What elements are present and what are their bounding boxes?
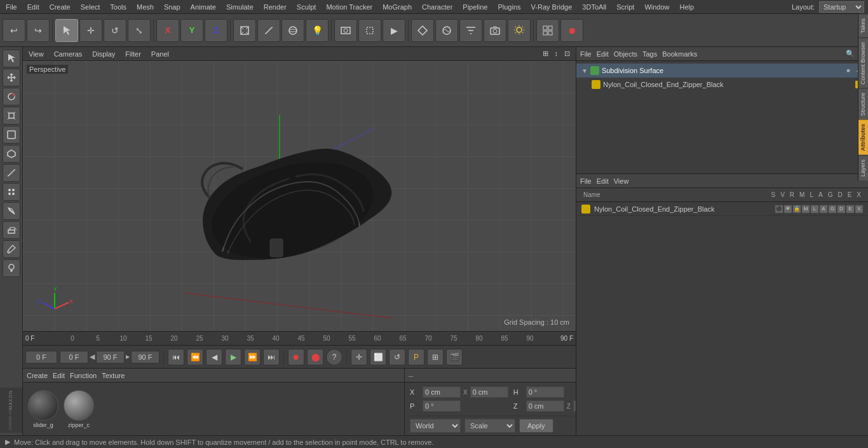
select-tool-button[interactable] bbox=[55, 19, 78, 42]
menu-edit[interactable]: Edit bbox=[25, 3, 41, 11]
expand-arrow[interactable]: ▼ bbox=[581, 67, 588, 74]
rotate-tool-button[interactable]: ↺ bbox=[104, 19, 126, 42]
obj-mgr-file[interactable]: File bbox=[580, 50, 592, 58]
spline-button[interactable] bbox=[257, 19, 280, 42]
layer-icon-g[interactable]: G bbox=[829, 205, 836, 213]
layer-icon-e[interactable]: E bbox=[846, 205, 854, 213]
cube-object-button[interactable] bbox=[233, 19, 256, 42]
goto-start-button[interactable]: ⏮ bbox=[168, 349, 184, 365]
render-to-picture-button[interactable] bbox=[334, 19, 357, 42]
viewport-menu-view[interactable]: View bbox=[27, 50, 46, 58]
mode-object-button[interactable]: P bbox=[408, 349, 424, 365]
mat-menu-create[interactable]: Create bbox=[27, 372, 48, 379]
filter-button[interactable] bbox=[459, 19, 482, 42]
apply-button[interactable]: Apply bbox=[519, 419, 553, 433]
world-dropdown[interactable]: World Object bbox=[410, 419, 461, 433]
menu-help[interactable]: Help bbox=[678, 3, 696, 11]
tab-attributes[interactable]: Attributes bbox=[858, 119, 868, 155]
attr-layer-row[interactable]: Nylon_Coil_Closed_End_Zipper_Black ⚫ 👁 🔒… bbox=[576, 202, 868, 216]
viewport-menu-filter[interactable]: Filter bbox=[123, 50, 142, 58]
layer-icon-a[interactable]: A bbox=[820, 205, 827, 213]
render-region-button[interactable] bbox=[358, 19, 381, 42]
record-button[interactable]: ⏺ bbox=[560, 19, 583, 42]
sidebar-poly-btn[interactable] bbox=[3, 145, 20, 163]
to2-frame-input[interactable] bbox=[131, 351, 159, 363]
object-row-subdivision[interactable]: ▼ Subdivision Surface ■ ✓ bbox=[576, 64, 868, 78]
material-slot-1[interactable]: slider_g bbox=[28, 390, 58, 428]
material-slot-2[interactable]: zipper_c bbox=[64, 390, 94, 428]
display-mode-button[interactable] bbox=[435, 19, 458, 42]
layout-dropdown[interactable]: Startup Standard bbox=[819, 1, 864, 13]
play-reverse-button[interactable]: ◀ bbox=[206, 349, 222, 365]
viewport-menu-cameras[interactable]: Cameras bbox=[52, 50, 85, 58]
sidebar-knife-btn[interactable] bbox=[3, 202, 20, 220]
to-frame-input[interactable] bbox=[96, 351, 125, 363]
mode-move-button[interactable]: ✛ bbox=[351, 349, 367, 365]
mode-scale-button[interactable]: ⬜ bbox=[370, 349, 386, 365]
keyframe-button[interactable]: ⬤ bbox=[307, 349, 323, 365]
obj-mgr-bookmarks[interactable]: Bookmarks bbox=[662, 50, 697, 58]
play-button[interactable]: ▶ bbox=[225, 349, 241, 365]
light-button[interactable]: 💡 bbox=[306, 19, 329, 42]
layer-icon-v[interactable]: 👁 bbox=[784, 205, 792, 213]
step-back-button[interactable]: ⏪ bbox=[187, 349, 203, 365]
tab-content-browser[interactable]: Content Browser bbox=[858, 47, 868, 88]
scale-dropdown[interactable]: Scale Size bbox=[465, 419, 515, 433]
menu-pipeline[interactable]: Pipeline bbox=[461, 3, 489, 11]
sidebar-paint-btn[interactable] bbox=[3, 259, 20, 277]
goto-end-button[interactable]: ⏭ bbox=[263, 349, 280, 365]
layer-icon-x[interactable]: X bbox=[855, 205, 863, 213]
redo-button[interactable]: ↪ bbox=[27, 19, 50, 42]
mat-menu-texture[interactable]: Texture bbox=[102, 372, 125, 379]
viewport-icon-1[interactable]: ⊞ bbox=[541, 50, 550, 58]
light-obj-button[interactable] bbox=[508, 19, 531, 42]
layer-icon-s[interactable]: ⚫ bbox=[775, 205, 783, 213]
coord-h-input[interactable] bbox=[526, 386, 564, 398]
menu-vray[interactable]: V-Ray Bridge bbox=[529, 3, 574, 11]
coord-p-input[interactable] bbox=[423, 400, 461, 412]
obj-mgr-edit[interactable]: Edit bbox=[597, 50, 609, 58]
attr-view[interactable]: View bbox=[614, 177, 629, 185]
from-frame-input[interactable] bbox=[60, 351, 88, 363]
menu-plugins[interactable]: Plugins bbox=[496, 3, 522, 11]
sidebar-extrude-btn[interactable] bbox=[3, 221, 20, 239]
viewport-icon-3[interactable]: ⊡ bbox=[562, 50, 572, 58]
menu-create[interactable]: Create bbox=[48, 3, 72, 11]
obj-mgr-objects[interactable]: Objects bbox=[614, 50, 637, 58]
nurbs-button[interactable] bbox=[281, 19, 304, 42]
coord-x-size-input[interactable] bbox=[470, 386, 508, 398]
help-button[interactable]: ? bbox=[326, 349, 342, 365]
viewport-canvas[interactable]: Perspective bbox=[23, 61, 576, 331]
layer-icon-l[interactable]: L bbox=[811, 205, 818, 213]
viewport-menu-display[interactable]: Display bbox=[90, 50, 117, 58]
record-active-button[interactable]: ⏺ bbox=[288, 349, 304, 365]
layer-icon-r[interactable]: 🔒 bbox=[793, 205, 801, 213]
view-mode-button[interactable] bbox=[411, 19, 434, 42]
menu-sculpt[interactable]: Sculpt bbox=[295, 3, 318, 11]
object-row-mesh[interactable]: Nylon_Coil_Closed_End_Zipper_Black bbox=[576, 78, 868, 92]
grid-button[interactable] bbox=[536, 19, 559, 42]
tab-layers[interactable]: Layers bbox=[858, 155, 868, 180]
sidebar-point-btn[interactable] bbox=[3, 183, 20, 201]
menu-script[interactable]: Script bbox=[614, 3, 636, 11]
menu-snap[interactable]: Snap bbox=[162, 3, 182, 11]
scale-tool-button[interactable]: ⤡ bbox=[128, 19, 151, 42]
tab-structure[interactable]: Structure bbox=[858, 88, 868, 120]
sidebar-brush-btn[interactable] bbox=[3, 240, 20, 258]
sidebar-move-btn[interactable] bbox=[3, 69, 20, 86]
z-axis-button[interactable]: Z bbox=[205, 19, 227, 42]
viewport-menu-panel[interactable]: Panel bbox=[149, 50, 171, 58]
menu-3dtoall[interactable]: 3DToAll bbox=[580, 3, 608, 11]
menu-file[interactable]: File bbox=[4, 3, 19, 11]
menu-mograph[interactable]: MoGraph bbox=[381, 3, 414, 11]
x-axis-button[interactable]: X bbox=[156, 19, 179, 42]
sidebar-scale-btn[interactable] bbox=[3, 107, 20, 125]
attr-file[interactable]: File bbox=[580, 177, 592, 185]
y-axis-button[interactable]: Y bbox=[180, 19, 203, 42]
menu-render[interactable]: Render bbox=[262, 3, 288, 11]
coord-z-pos-input[interactable] bbox=[526, 400, 564, 412]
coord-x-pos-input[interactable] bbox=[423, 386, 461, 398]
menu-motiontracker[interactable]: Motion Tracker bbox=[324, 3, 374, 11]
attr-edit[interactable]: Edit bbox=[597, 177, 609, 185]
layer-icon-m[interactable]: M bbox=[802, 205, 810, 213]
